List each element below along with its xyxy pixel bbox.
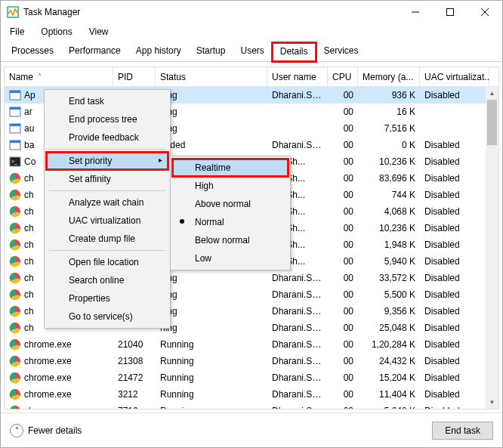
scroll-down-button[interactable]: ▼	[486, 396, 498, 409]
fewer-details-toggle[interactable]: ˄ Fewer details	[10, 424, 82, 437]
col-uac-header[interactable]: UAC virtualizat...	[420, 67, 489, 86]
process-icon	[9, 139, 21, 151]
priority-normal[interactable]: Normal	[172, 213, 289, 231]
cell-name: chrome.exe	[5, 355, 113, 367]
cell-mem: 0 K	[358, 140, 420, 150]
priority-low[interactable]: Low	[172, 249, 289, 267]
tab-performance[interactable]: Performance	[61, 42, 128, 62]
menubar: FileOptionsView	[1, 23, 502, 42]
process-name: chrome.exe	[24, 406, 72, 409]
priority-label: Realtime	[195, 162, 230, 173]
ctx-go-to-service-s-[interactable]: Go to service(s)	[46, 307, 168, 326]
close-button[interactable]	[468, 1, 502, 23]
process-icon	[9, 305, 21, 317]
process-name: ch	[24, 289, 34, 300]
ctx-properties[interactable]: Properties	[46, 289, 168, 307]
process-icon	[9, 239, 21, 251]
table-row[interactable]: chrome.exe21040RunningDharani.Sh...001,2…	[5, 336, 498, 353]
menu-separator	[49, 190, 165, 191]
cell-uac: Disabled	[420, 206, 489, 217]
col-status-header[interactable]: Status	[156, 67, 267, 86]
process-icon	[9, 89, 21, 101]
cell-cpu: 00	[328, 239, 358, 250]
menu-options[interactable]: Options	[38, 25, 75, 39]
tab-details[interactable]: Details	[272, 42, 316, 62]
task-manager-icon	[7, 6, 19, 18]
table-row[interactable]: chrome.exe21472RunningDharani.Sh...0015,…	[5, 369, 498, 386]
col-uac-label: UAC virtualizat...	[424, 72, 489, 82]
cell-uac: Disabled	[420, 173, 489, 184]
ctx-set-affinity[interactable]: Set affinity	[46, 170, 168, 188]
tab-services[interactable]: Services	[316, 42, 366, 62]
menu-file[interactable]: File	[7, 25, 27, 39]
cell-cpu: 00	[328, 372, 358, 383]
col-status-label: Status	[160, 72, 186, 82]
tab-users[interactable]: Users	[233, 42, 271, 62]
svg-rect-12	[10, 141, 20, 143]
process-name: ch	[24, 239, 34, 250]
table-row[interactable]: chrome.exe7716RunningDharani.Sh...005,64…	[5, 403, 498, 409]
priority-label: Below normal	[195, 235, 250, 246]
priority-below-normal[interactable]: Below normal	[172, 231, 289, 249]
process-name: Ap	[24, 90, 35, 100]
ctx-create-dump-file[interactable]: Create dump file	[46, 230, 168, 248]
end-task-button[interactable]: End task	[432, 422, 493, 440]
cell-cpu: 00	[328, 273, 358, 283]
scroll-up-button[interactable]: ▲	[486, 87, 498, 100]
tab-processes[interactable]: Processes	[4, 42, 61, 62]
col-cpu-header[interactable]: CPU	[328, 67, 358, 86]
cell-user: Dharani.Sh...	[267, 389, 328, 400]
cell-uac: Disabled	[420, 239, 489, 250]
scroll-thumb[interactable]	[487, 100, 497, 145]
ctx-set-priority[interactable]: Set priority	[46, 152, 168, 170]
cell-status: Running	[156, 389, 267, 400]
ctx-open-file-location[interactable]: Open file location	[46, 253, 168, 271]
col-name-label: Name	[9, 72, 33, 82]
cell-cpu: 00	[328, 173, 358, 184]
cell-uac: Disabled	[420, 372, 489, 383]
maximize-button[interactable]	[433, 1, 468, 23]
table-row[interactable]: chrome.exe21308RunningDharani.Sh...0024,…	[5, 353, 498, 369]
priority-high[interactable]: High	[172, 177, 289, 195]
cell-cpu: 00	[328, 107, 358, 117]
cell-cpu: 00	[328, 90, 358, 100]
cell-status: Running	[156, 356, 267, 366]
col-pid-header[interactable]: PID	[113, 67, 156, 86]
cell-mem: 1,948 K	[358, 239, 420, 250]
col-name-header[interactable]: Name˄	[5, 67, 113, 86]
vertical-scrollbar[interactable]: ▲ ▼	[486, 87, 498, 409]
process-icon	[9, 172, 21, 184]
tab-app-history[interactable]: App history	[128, 42, 189, 62]
ctx-search-online[interactable]: Search online	[46, 271, 168, 289]
cell-uac: Disabled	[420, 406, 489, 409]
cell-name: chrome.exe	[5, 372, 113, 384]
process-icon	[9, 122, 21, 134]
cell-user: Dharani.Sh...	[267, 406, 328, 409]
process-icon	[9, 205, 21, 218]
cell-cpu: 00	[328, 123, 358, 134]
ctx-provide-feedback[interactable]: Provide feedback	[46, 128, 168, 147]
cell-cpu: 00	[328, 339, 358, 350]
priority-submenu: RealtimeHighAbove normalNormalBelow norm…	[170, 156, 291, 270]
ctx-end-process-tree[interactable]: End process tree	[46, 110, 168, 128]
col-mem-header[interactable]: Memory (a...	[358, 67, 420, 86]
ctx-analyze-wait-chain[interactable]: Analyze wait chain	[46, 193, 168, 212]
table-row[interactable]: chrome.exe3212RunningDharani.Sh...0011,4…	[5, 386, 498, 403]
process-name: au	[24, 123, 34, 134]
minimize-button[interactable]	[398, 1, 433, 23]
tab-startup[interactable]: Startup	[189, 42, 233, 62]
menu-view[interactable]: View	[86, 25, 112, 39]
col-user-header[interactable]: User name	[267, 67, 328, 86]
svg-rect-10	[10, 124, 20, 126]
cell-user: Dharani.Sh...	[267, 90, 328, 100]
cell-uac: Disabled	[420, 306, 489, 317]
priority-above-normal[interactable]: Above normal	[172, 195, 289, 213]
ctx-end-task[interactable]: End task	[46, 92, 168, 110]
cell-uac: Disabled	[420, 223, 489, 233]
ctx-uac-virtualization[interactable]: UAC virtualization	[46, 212, 168, 230]
svg-rect-2	[447, 9, 454, 16]
priority-label: High	[195, 181, 214, 191]
cell-user: Dharani.Sh...	[267, 372, 328, 383]
priority-realtime[interactable]: Realtime	[172, 159, 289, 177]
cell-cpu: 00	[328, 256, 358, 267]
